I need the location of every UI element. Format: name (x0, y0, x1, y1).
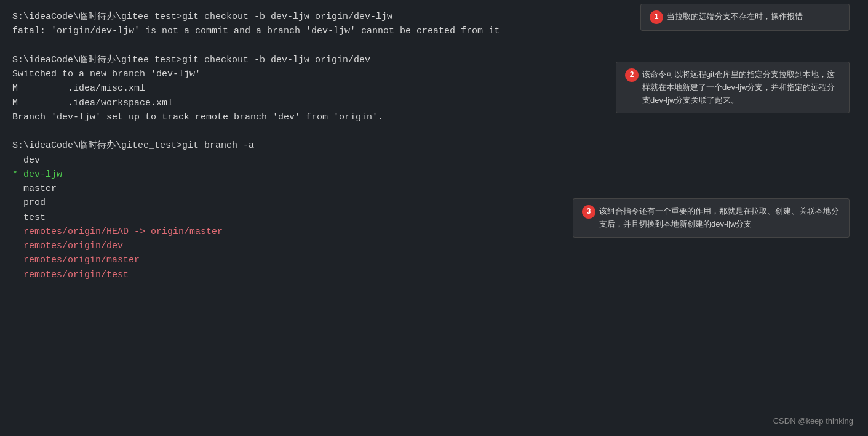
tooltip-3: 3 该组合指令还有一个重要的作用，那就是在拉取、创建、关联本地分支后，并且切换到… (573, 198, 850, 238)
badge-1: 1 (650, 10, 663, 24)
tooltip-3-text: 该组合指令还有一个重要的作用，那就是在拉取、创建、关联本地分支后，并且切换到本地… (599, 205, 840, 231)
tooltip-2: 2 该命令可以将远程git仓库里的指定分支拉取到本地，这样就在本地新建了一个de… (616, 62, 850, 113)
badge-2: 2 (625, 68, 639, 82)
tooltip-2-text: 该命令可以将远程git仓库里的指定分支拉取到本地，这样就在本地新建了一个dev-… (642, 68, 840, 107)
terminal: S:\ideaCode\临时待办\gitee_test>git checkout… (0, 0, 868, 436)
tooltip-1: 1 当拉取的远端分支不存在时，操作报错 (640, 4, 850, 31)
branch-master: master (12, 182, 856, 196)
branch-dev-ljw: * dev-ljw (12, 168, 856, 182)
tooltip-1-text: 当拉取的远端分支不存在时，操作报错 (667, 10, 840, 23)
csdn-watermark: CSDN @keep thinking (773, 415, 853, 427)
remote-master: remotes/origin/master (12, 253, 856, 267)
remote-test: remotes/origin/test (12, 268, 856, 282)
branch-dev: dev (12, 153, 856, 168)
remote-dev: remotes/origin/dev (12, 239, 856, 253)
badge-3: 3 (582, 205, 595, 219)
block3-prompt: S:\ideaCode\临时待办\gitee_test>git branch -… (12, 139, 856, 153)
